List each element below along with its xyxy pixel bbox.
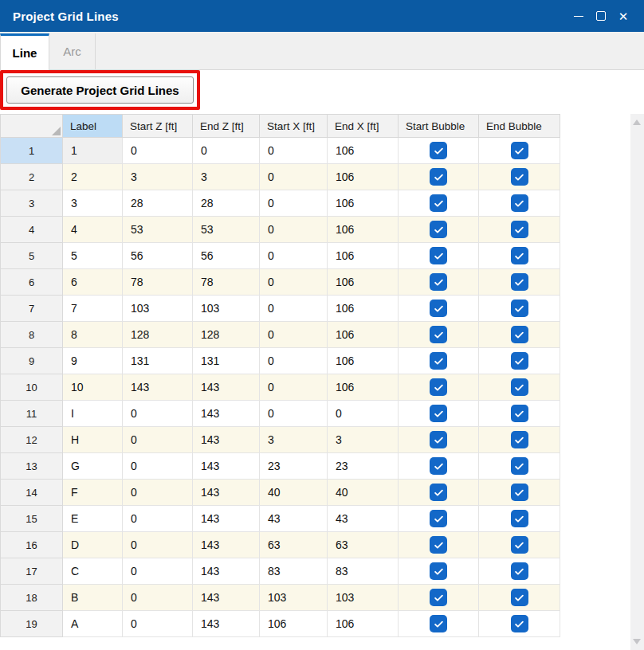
cell-end-z[interactable]: 53 <box>193 217 260 243</box>
start-bubble-checkbox[interactable] <box>430 589 447 606</box>
end-bubble-checkbox[interactable] <box>511 168 528 186</box>
cell-label[interactable]: I <box>63 401 123 427</box>
cell-start-x[interactable]: 0 <box>260 296 328 322</box>
start-bubble-checkbox[interactable] <box>430 273 447 291</box>
cell-label[interactable]: F <box>63 480 123 506</box>
row-header[interactable]: 4 <box>1 217 63 243</box>
start-bubble-checkbox[interactable] <box>430 484 447 501</box>
column-header-end-z[interactable]: End Z [ft] <box>193 115 260 138</box>
cell-start-z[interactable]: 0 <box>123 506 193 532</box>
row-header[interactable]: 19 <box>1 611 63 637</box>
cell-end-z[interactable]: 143 <box>193 532 260 558</box>
end-bubble-checkbox[interactable] <box>511 221 528 238</box>
minimize-button[interactable] <box>567 0 590 32</box>
start-bubble-checkbox[interactable] <box>430 194 447 212</box>
row-header[interactable]: 16 <box>1 532 63 558</box>
row-header[interactable]: 18 <box>1 585 63 611</box>
end-bubble-checkbox[interactable] <box>511 300 528 317</box>
cell-label[interactable]: 2 <box>63 164 123 190</box>
cell-end-z[interactable]: 78 <box>193 269 260 296</box>
end-bubble-checkbox[interactable] <box>511 484 528 501</box>
cell-start-x[interactable]: 0 <box>260 401 328 427</box>
cell-start-x[interactable]: 40 <box>260 480 328 506</box>
end-bubble-checkbox[interactable] <box>511 536 528 554</box>
row-header[interactable]: 6 <box>1 269 63 296</box>
cell-start-z[interactable]: 0 <box>123 480 193 506</box>
scroll-up-icon[interactable] <box>633 119 641 125</box>
end-bubble-checkbox[interactable] <box>511 510 528 527</box>
cell-start-x[interactable]: 0 <box>260 374 328 401</box>
end-bubble-checkbox[interactable] <box>511 405 528 422</box>
cell-start-z[interactable]: 0 <box>123 138 193 164</box>
end-bubble-checkbox[interactable] <box>511 378 528 396</box>
row-header[interactable]: 11 <box>1 401 63 427</box>
start-bubble-checkbox[interactable] <box>430 378 447 396</box>
cell-label[interactable]: 4 <box>63 217 123 243</box>
cell-label[interactable]: H <box>63 427 123 453</box>
row-header[interactable]: 10 <box>1 374 63 401</box>
column-header-start-z[interactable]: Start Z [ft] <box>123 115 193 138</box>
cell-end-z[interactable]: 3 <box>193 164 260 190</box>
cell-start-x[interactable]: 23 <box>260 453 328 480</box>
cell-label[interactable]: 8 <box>63 322 123 348</box>
row-header[interactable]: 12 <box>1 427 63 453</box>
generate-grid-lines-button[interactable]: Generate Project Grid Lines <box>6 76 194 104</box>
cell-end-x[interactable]: 106 <box>328 217 399 243</box>
cell-start-x[interactable]: 0 <box>260 322 328 348</box>
cell-label[interactable]: B <box>63 585 123 611</box>
start-bubble-checkbox[interactable] <box>430 142 447 159</box>
cell-label[interactable]: C <box>63 558 123 585</box>
cell-end-x[interactable]: 3 <box>328 427 399 453</box>
cell-start-x[interactable]: 0 <box>260 190 328 217</box>
cell-end-z[interactable]: 143 <box>193 401 260 427</box>
cell-start-x[interactable]: 43 <box>260 506 328 532</box>
cell-label[interactable]: 6 <box>63 269 123 296</box>
cell-label[interactable]: 5 <box>63 243 123 269</box>
row-header[interactable]: 3 <box>1 190 63 217</box>
cell-start-x[interactable]: 0 <box>260 217 328 243</box>
cell-end-z[interactable]: 128 <box>193 322 260 348</box>
start-bubble-checkbox[interactable] <box>430 221 447 238</box>
row-header[interactable]: 5 <box>1 243 63 269</box>
cell-end-x[interactable]: 106 <box>328 138 399 164</box>
cell-start-x[interactable]: 83 <box>260 558 328 585</box>
cell-end-x[interactable]: 43 <box>328 506 399 532</box>
start-bubble-checkbox[interactable] <box>430 300 447 317</box>
cell-start-x[interactable]: 106 <box>260 611 328 637</box>
start-bubble-checkbox[interactable] <box>430 168 447 186</box>
cell-start-x[interactable]: 63 <box>260 532 328 558</box>
cell-start-z[interactable]: 56 <box>123 243 193 269</box>
cell-start-x[interactable]: 0 <box>260 348 328 374</box>
vertical-scrollbar[interactable] <box>630 114 644 650</box>
close-button[interactable]: ✕ <box>612 0 634 32</box>
cell-end-z[interactable]: 143 <box>193 427 260 453</box>
tab-arc[interactable]: Arc <box>49 33 96 69</box>
end-bubble-checkbox[interactable] <box>511 352 528 370</box>
cell-start-z[interactable]: 0 <box>123 427 193 453</box>
end-bubble-checkbox[interactable] <box>511 457 528 475</box>
cell-end-z[interactable]: 143 <box>193 558 260 585</box>
cell-end-x[interactable]: 106 <box>328 243 399 269</box>
column-header-label[interactable]: Label <box>63 115 123 138</box>
cell-label[interactable]: 9 <box>63 348 123 374</box>
start-bubble-checkbox[interactable] <box>430 352 447 370</box>
cell-end-z[interactable]: 28 <box>193 190 260 217</box>
start-bubble-checkbox[interactable] <box>430 405 447 422</box>
cell-end-z[interactable]: 103 <box>193 296 260 322</box>
cell-start-x[interactable]: 103 <box>260 585 328 611</box>
cell-start-x[interactable]: 0 <box>260 269 328 296</box>
cell-start-z[interactable]: 53 <box>123 217 193 243</box>
cell-end-x[interactable]: 103 <box>328 585 399 611</box>
cell-end-x[interactable]: 106 <box>328 269 399 296</box>
cell-start-z[interactable]: 0 <box>123 453 193 480</box>
cell-end-x[interactable]: 0 <box>328 401 399 427</box>
end-bubble-checkbox[interactable] <box>511 562 528 580</box>
cell-label[interactable]: G <box>63 453 123 480</box>
cell-end-x[interactable]: 106 <box>328 322 399 348</box>
cell-label[interactable]: E <box>63 506 123 532</box>
cell-end-z[interactable]: 0 <box>193 138 260 164</box>
row-header[interactable]: 15 <box>1 506 63 532</box>
cell-end-x[interactable]: 106 <box>328 374 399 401</box>
cell-label[interactable]: 1 <box>63 138 123 164</box>
end-bubble-checkbox[interactable] <box>511 326 528 343</box>
